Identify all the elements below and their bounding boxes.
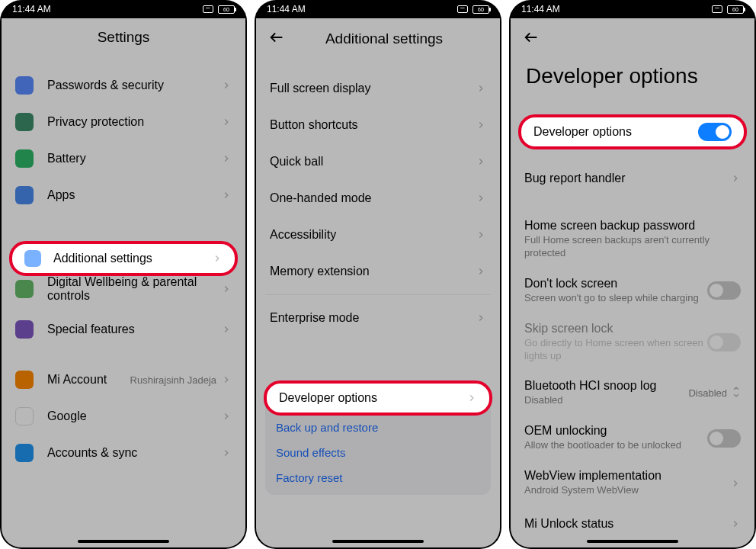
dnd-icon <box>457 5 468 13</box>
row-battery[interactable]: Battery <box>8 140 239 177</box>
chevron-right-icon <box>476 120 486 130</box>
row-accessibility[interactable]: Accessibility <box>262 217 494 253</box>
chevron-right-icon <box>730 478 741 489</box>
home-indicator[interactable] <box>587 540 678 543</box>
row-passwords-security[interactable]: Passwords & security <box>8 67 239 104</box>
home-indicator[interactable] <box>332 540 424 543</box>
battery-icon: 60 <box>727 5 744 14</box>
google-icon <box>15 407 34 425</box>
page-title: Developer options <box>511 56 754 101</box>
row-label: Privacy protection <box>47 115 221 129</box>
phone-settings: 11:44 AM 60 Settings Passwords & securit… <box>0 0 247 549</box>
dont-lock-screen-toggle[interactable] <box>707 281 741 300</box>
chevron-right-icon <box>476 193 486 204</box>
oem-unlocking-toggle[interactable] <box>707 429 741 448</box>
back-button[interactable] <box>523 29 540 49</box>
row-button-shortcuts[interactable]: Button shortcuts <box>262 107 494 143</box>
row-label: WebView implementation <box>524 469 730 483</box>
chevron-right-icon <box>221 80 232 91</box>
chevron-right-icon <box>221 448 232 458</box>
link-factory-reset[interactable]: Factory reset <box>276 465 480 490</box>
statusbar: 11:44 AM 60 <box>0 0 247 18</box>
row-skip-screen-lock: Skip screen lockGo directly to Home scre… <box>517 313 748 371</box>
row-one-handed-mode[interactable]: One-handed mode <box>262 180 494 217</box>
privacy-protection-icon <box>15 113 34 131</box>
divider <box>265 294 491 295</box>
row-label: Skip screen lock <box>524 322 707 336</box>
row-special-features[interactable]: Special features <box>8 311 239 348</box>
row-digital-wellbeing[interactable]: Digital Wellbeing & parental controls <box>8 267 239 311</box>
apps-icon <box>15 186 34 204</box>
need-other-settings-card: Need other settings? Back up and restore… <box>265 384 491 495</box>
row-bt-hci-snoop[interactable]: Bluetooth HCI snoop logDisabledDisabled <box>517 371 748 416</box>
row-label: Apps <box>47 188 221 202</box>
row-label: Battery <box>47 152 221 165</box>
statusbar: 11:44 AM 60 <box>509 0 756 18</box>
passwords-security-icon <box>15 76 34 95</box>
page-title: Settings <box>98 29 150 46</box>
statusbar: 11:44 AM 60 <box>255 0 501 18</box>
status-time: 11:44 AM <box>267 4 306 14</box>
additional-list-1: Full screen displayButton shortcutsQuick… <box>256 70 500 290</box>
row-dont-lock-screen[interactable]: Don't lock screenScreen won't go to slee… <box>517 268 748 313</box>
row-oem-unlocking[interactable]: OEM unlockingAllow the bootloader to be … <box>517 416 748 461</box>
chevron-right-icon <box>476 266 486 277</box>
developer-list: Bug report handlerHome screen backup pas… <box>511 160 754 542</box>
row-home-screen-backup-pw[interactable]: Home screen backup passwordFull Home scr… <box>517 210 748 268</box>
row-apps[interactable]: Apps <box>8 177 239 214</box>
row-label: Digital Wellbeing & parental controls <box>47 275 221 303</box>
row-full-screen-display[interactable]: Full screen display <box>262 70 494 107</box>
row-label: Special features <box>47 323 221 336</box>
skip-screen-lock-toggle <box>707 333 741 352</box>
titlebar: Settings <box>2 18 245 53</box>
chevron-right-icon <box>221 411 232 422</box>
row-label: Mi Account <box>47 373 130 387</box>
row-memory-extension[interactable]: Memory extension <box>262 253 494 290</box>
chevron-right-icon <box>221 284 232 294</box>
up-down-icon <box>732 386 741 401</box>
chevron-right-icon <box>221 190 232 201</box>
row-label: Google <box>47 409 221 423</box>
link-backup-restore[interactable]: Back up and restore <box>276 415 480 440</box>
row-mi-unlock-status[interactable]: Mi Unlock status <box>517 506 748 542</box>
row-subtitle: Android System WebView <box>524 484 730 497</box>
row-label: Quick ball <box>270 155 476 169</box>
special-features-icon <box>15 320 34 339</box>
row-label: Full screen display <box>270 82 476 95</box>
battery-icon: 60 <box>472 5 489 14</box>
row-label: Button shortcuts <box>270 118 476 132</box>
row-subtitle: Full Home screen backups aren't currentl… <box>524 234 741 260</box>
titlebar: Additional settings <box>256 18 500 56</box>
titlebar <box>511 18 754 56</box>
row-label: Home screen backup password <box>524 219 741 233</box>
row-value: Rushirajsinh Jadeja <box>130 374 216 386</box>
additional-list-2: Enterprise mode <box>256 300 500 336</box>
home-indicator[interactable] <box>78 540 169 543</box>
row-bug-report-handler[interactable]: Bug report handler <box>517 160 748 197</box>
mi-account-icon <box>15 371 34 389</box>
row-mi-account[interactable]: Mi AccountRushirajsinh Jadeja <box>8 361 239 398</box>
row-label: Don't lock screen <box>524 277 707 291</box>
settings-list-2: Digital Wellbeing & parental controlsSpe… <box>2 267 245 348</box>
row-label: Passwords & security <box>47 79 221 92</box>
row-accounts-sync[interactable]: Accounts & sync <box>8 435 239 471</box>
chevron-right-icon <box>221 117 232 127</box>
dnd-icon <box>712 5 722 13</box>
row-label: Bluetooth HCI snoop log <box>524 379 688 393</box>
row-label: Enterprise mode <box>270 311 476 325</box>
row-google[interactable]: Google <box>8 398 239 435</box>
link-sound-effects[interactable]: Sound effects <box>276 440 480 465</box>
page-title: Additional settings <box>280 30 488 47</box>
row-webview-impl[interactable]: WebView implementationAndroid System Web… <box>517 461 748 506</box>
chevron-right-icon <box>221 324 232 335</box>
screen-settings: Settings Passwords & securityPrivacy pro… <box>2 18 245 547</box>
row-subtitle: Allow the bootloader to be unlocked <box>524 439 707 452</box>
battery-icon: 60 <box>218 5 235 14</box>
row-label: Mi Unlock status <box>524 517 730 531</box>
row-privacy-protection[interactable]: Privacy protection <box>8 104 239 140</box>
status-time: 11:44 AM <box>521 4 560 14</box>
row-label: OEM unlocking <box>524 424 707 438</box>
row-enterprise-mode[interactable]: Enterprise mode <box>262 300 494 336</box>
row-quick-ball[interactable]: Quick ball <box>262 143 494 180</box>
settings-list-1: Passwords & securityPrivacy protectionBa… <box>2 67 245 214</box>
